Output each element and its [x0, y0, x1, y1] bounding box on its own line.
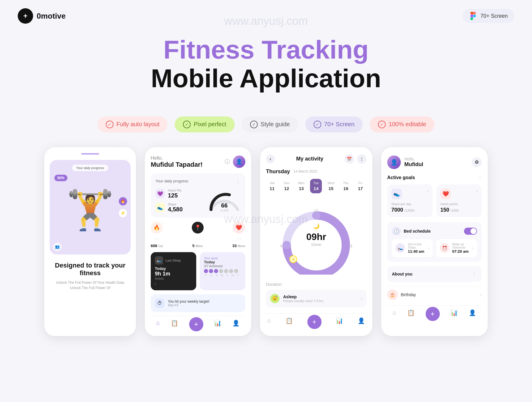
sleep-more[interactable]: ›	[155, 282, 192, 286]
hero-line2: Mobile Application	[0, 64, 532, 93]
day-t: T	[225, 274, 229, 277]
about-card: About you ⋮	[387, 266, 482, 282]
pill-screens: ✓ 70+ Screen	[305, 116, 363, 132]
nav-activity[interactable]: 📋	[171, 320, 178, 331]
stats-row: 💜 Heart Pts 125 👟 Steps 4,580	[155, 189, 241, 213]
svg-text:9: 9	[280, 244, 282, 248]
cal-day-sat[interactable]: Sat 11	[266, 179, 278, 193]
nav-add[interactable]: +	[307, 315, 322, 329]
sleep-when: Today	[155, 266, 192, 271]
weekly-icon: ⏱	[155, 299, 164, 308]
goals-more[interactable]: ···	[478, 175, 482, 180]
nav-stats[interactable]: 📊	[336, 317, 343, 329]
home-icon: ⌂	[392, 309, 396, 316]
greeting-area: Hello, Mufidul Tapadar!	[151, 155, 203, 168]
nav-home[interactable]: ⌂	[267, 317, 271, 329]
cal-day-thu[interactable]: Thu 16	[340, 179, 352, 193]
cal-label: Mon	[298, 181, 304, 185]
cal-num: 16	[343, 186, 348, 191]
activity-name: Asleep	[283, 294, 323, 299]
active-goals-title: Active goals	[387, 175, 415, 180]
gauge-sub: 11,575	[220, 209, 228, 212]
back-icon[interactable]: ‹	[266, 155, 275, 163]
nav-profile[interactable]: 👤	[232, 320, 240, 331]
activity-item[interactable]: 😴 Asleep People usually need 7-9 hrs ›	[266, 290, 366, 307]
cal-day-wed[interactable]: Wed 15	[325, 179, 337, 193]
cal-day-fri[interactable]: Fri 17	[354, 179, 366, 193]
nav-home[interactable]: ⌂	[156, 320, 160, 331]
logo-name: 0motive	[37, 12, 66, 21]
active-goals-section: Active goals ···	[387, 175, 482, 180]
check-icon: ✓	[378, 121, 386, 128]
nav-stats[interactable]: 📊	[450, 309, 458, 321]
wake-up-label: Wake up	[452, 243, 469, 246]
dots2: ⋯	[195, 235, 200, 242]
heart-goal-max: /1000	[451, 209, 459, 212]
bed-info: Get in bed Today 11:40 am	[408, 243, 424, 254]
day-big: Thursday	[266, 168, 290, 175]
card-title: Your daily progress ⋮	[155, 178, 241, 184]
sleep-duration: 9h 1m	[155, 271, 192, 277]
duration-title: Duration	[266, 282, 366, 287]
clock-icon: 🕐	[392, 227, 401, 236]
steps-values: Steps 4,580	[168, 202, 183, 213]
cal-day-tue[interactable]: Tue 14	[310, 179, 322, 193]
stats-icon: 📊	[214, 320, 221, 327]
goal-dot-f	[204, 269, 208, 273]
calories-icon: 🔥	[151, 222, 163, 234]
birthday-left: 🎂 Birthday	[387, 289, 416, 300]
heart-goal-box[interactable]: ❤️ › Heart points 150 /1000	[436, 184, 482, 217]
header-icons: ⓘ 👤	[225, 155, 245, 168]
schedule-toggle-row: 🕐 Bed schedule	[392, 227, 477, 236]
wake-up-box[interactable]: ⏰ Wake up Tomorrow 07:20 am ›	[436, 239, 477, 257]
schedule-label: Bed schedule	[404, 229, 431, 234]
cal-num: 11	[270, 186, 275, 191]
steps-goal-label: Steps per day	[391, 202, 429, 206]
goal-dot-s1	[209, 269, 213, 273]
nav-activity[interactable]: 📋	[407, 309, 415, 321]
gauge-labels: 66 11,575	[220, 202, 228, 212]
birthday-label: Birthday	[401, 292, 416, 297]
screen-activity: ‹ My activity 📅 ⋮ Thursday 14 March 2023…	[260, 147, 372, 336]
steps-goal-box[interactable]: 👟 › Steps per day 7000 /12000	[387, 184, 433, 217]
get-in-bed-box[interactable]: 🛌 Get in bed Today 11:40 am ›	[392, 239, 433, 257]
hero-section: Fitness Tracking Mobile Application	[0, 30, 532, 108]
calories-val: 608 Cal	[151, 244, 163, 248]
pill-label: 70+ Screen	[324, 121, 355, 128]
birthday-icon: 🎂	[387, 289, 398, 300]
calendar-icon[interactable]: 📅	[345, 154, 354, 164]
move-item: ❤️ ⋯ 33 Move	[232, 222, 245, 248]
cal-label: Wed	[328, 181, 334, 185]
bed-schedule-card: 🕐 Bed schedule 🛌 Get in bed Today 11:40 …	[387, 222, 482, 262]
nav-profile[interactable]: 👤	[469, 309, 476, 321]
cal-day-mon[interactable]: Mon 13	[295, 179, 307, 193]
nav-stats[interactable]: 📊	[214, 320, 221, 331]
percent-badge: 80%	[54, 175, 67, 181]
miles-item: 📍 ⋯ 5 Miles	[192, 222, 204, 248]
goal-day-labels: F S S M T W T	[204, 274, 241, 277]
bed-schedule-toggle[interactable]	[464, 228, 477, 235]
nav-activity[interactable]: 📋	[286, 317, 293, 329]
nav-add[interactable]: +	[189, 317, 203, 331]
activity-icon: 📋	[171, 320, 178, 327]
cal-label: Sat	[270, 181, 275, 185]
screen-badge: 70+ Screen	[463, 9, 514, 23]
heart-goal-vals: 150 /1000	[440, 207, 478, 213]
activity-dot: 😴	[270, 294, 280, 303]
chevron-right-icon: ›	[361, 295, 362, 302]
more-icon[interactable]: ⋮	[357, 154, 366, 164]
screen1-title: Designed to track your fitness	[51, 262, 129, 277]
cal-day-sun[interactable]: Sun 12	[281, 179, 293, 193]
nav-home[interactable]: ⌂	[392, 309, 396, 321]
cal-num: 13	[299, 186, 304, 191]
screen1-subtitle2: Unlock The Full Power Of	[51, 285, 129, 291]
about-more-icon[interactable]: ⋮	[472, 271, 477, 277]
settings-icon[interactable]: ⚙	[472, 157, 482, 167]
svg-text:🌙: 🌙	[313, 223, 320, 229]
nav-profile[interactable]: 👤	[358, 317, 365, 329]
nav-add[interactable]: +	[426, 307, 440, 321]
cal-label: Tue	[313, 181, 319, 185]
screens-row: Your daily progress 80% 🏋️ 🔥 ⚡ 👥 Designe…	[0, 147, 532, 336]
move-val: 33 Move	[232, 244, 245, 248]
stats-icon: 📊	[450, 309, 458, 316]
